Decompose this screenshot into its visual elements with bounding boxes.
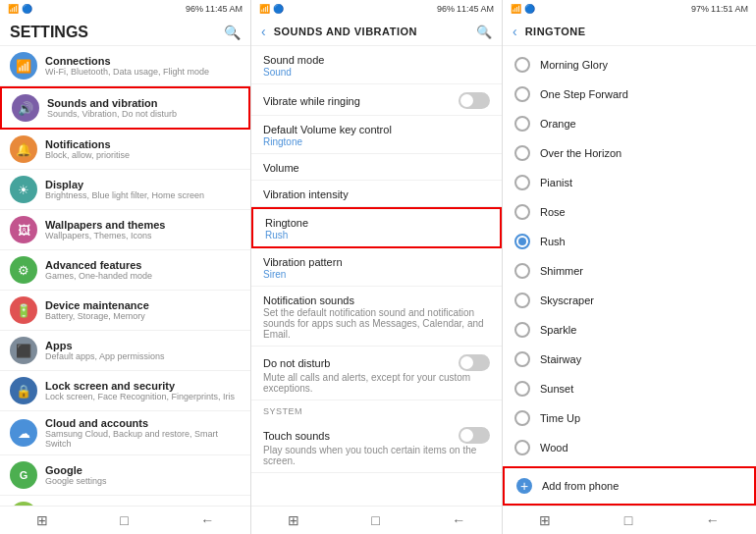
ringtone-panel: 📶 🔵 97% 11:51 AM ‹ RINGTONE Morning Glor… <box>503 0 756 534</box>
notification-sounds-item[interactable]: Notification sounds Set the default noti… <box>251 287 502 347</box>
sidebar-item-accessibility[interactable]: ♿ Accessibility Vision, Hearing, Dexteri… <box>0 496 250 506</box>
notifications-sub: Block, allow, prioritise <box>45 150 130 160</box>
ringtone-rose-label: Rose <box>540 206 566 218</box>
add-from-phone-button[interactable]: + Add from phone <box>503 466 756 506</box>
default-volume-title: Default Volume key control <box>263 124 392 135</box>
cloud-sub: Samsung Cloud, Backup and restore, Smart… <box>45 429 241 449</box>
ringtone-sunset[interactable]: Sunset <box>503 374 756 403</box>
touch-sounds-toggle[interactable] <box>459 427 490 444</box>
lock-icon: 🔒 <box>10 377 37 404</box>
radio-stairway[interactable] <box>514 351 530 367</box>
vibrate-ringing-toggle[interactable] <box>459 92 490 109</box>
sidebar-item-google[interactable]: G Google Google settings <box>0 455 250 496</box>
display-text: Display Brightness, Blue light filter, H… <box>45 179 204 200</box>
sidebar-item-apps[interactable]: ⬛ Apps Default apps, App permissions <box>0 331 250 371</box>
volume-title: Volume <box>263 162 299 174</box>
sidebar-item-device[interactable]: 🔋 Device maintenance Battery, Storage, M… <box>0 291 250 331</box>
sidebar-item-connections[interactable]: 📶 Connections Wi-Fi, Bluetooth, Data usa… <box>0 46 250 86</box>
nav-recents-2[interactable]: ← <box>452 512 465 528</box>
radio-sparkle[interactable] <box>514 322 530 338</box>
radio-orange[interactable] <box>514 116 530 132</box>
ringtone-rush-label: Rush <box>540 236 566 247</box>
vibration-intensity-item[interactable]: Vibration intensity <box>251 181 502 207</box>
ringtone-stairway[interactable]: Stairway <box>503 345 756 374</box>
volume-item[interactable]: Volume <box>251 154 502 181</box>
bottom-nav-2: ⊞ □ ← <box>251 506 502 534</box>
vibrate-ringing-item[interactable]: Vibrate while ringing <box>251 84 502 116</box>
sidebar-item-lock[interactable]: 🔒 Lock screen and security Lock screen, … <box>0 371 250 411</box>
radio-rush-inner <box>518 238 526 245</box>
wallpapers-icon: 🖼 <box>10 216 37 243</box>
connections-sub: Wi-Fi, Bluetooth, Data usage, Flight mod… <box>45 67 209 77</box>
ringtone-sparkle[interactable]: Sparkle <box>503 315 756 345</box>
ringtone-time-up[interactable]: Time Up <box>503 403 756 433</box>
sidebar-item-cloud[interactable]: ☁ Cloud and accounts Samsung Cloud, Back… <box>0 411 250 455</box>
touch-sounds-item[interactable]: Touch sounds Play sounds when you touch … <box>251 419 502 473</box>
ringtone-item[interactable]: Ringtone Rush <box>251 207 502 248</box>
sounds-text: Sounds and vibration Sounds, Vibration, … <box>47 97 177 119</box>
nav-back-3[interactable]: ⊞ <box>539 512 551 528</box>
radio-rose[interactable] <box>514 204 530 220</box>
ringtone-pianist[interactable]: Pianist <box>503 168 756 197</box>
do-not-disturb-sub: Mute all calls and alerts, except for yo… <box>263 372 490 394</box>
advanced-icon: ⚙ <box>10 256 37 284</box>
ringtone-morning-glory[interactable]: Morning Glory <box>503 50 756 80</box>
radio-shimmer[interactable] <box>514 263 530 279</box>
radio-rush[interactable] <box>514 234 530 249</box>
bluetooth-icon: 🔵 <box>22 4 32 14</box>
nav-back-2[interactable]: ⊞ <box>288 512 299 528</box>
ringtone-skyscraper[interactable]: Skyscraper <box>503 286 756 315</box>
nav-back-1[interactable]: ⊞ <box>36 512 48 528</box>
sidebar-item-wallpapers[interactable]: 🖼 Wallpapers and themes Wallpapers, Them… <box>0 210 250 250</box>
nav-home-2[interactable]: □ <box>371 512 379 528</box>
ringtone-shimmer[interactable]: Shimmer <box>503 256 756 286</box>
ringtone-wood[interactable]: Wood <box>503 433 756 462</box>
nav-recents-1[interactable]: ← <box>200 512 214 528</box>
radio-one-step-forward[interactable] <box>514 86 530 102</box>
sounds-back-button[interactable]: ‹ <box>261 24 266 39</box>
settings-search-icon[interactable]: 🔍 <box>224 25 241 40</box>
sidebar-item-display[interactable]: ☀ Display Brightness, Blue light filter,… <box>0 170 250 210</box>
do-not-disturb-item[interactable]: Do not disturb Mute all calls and alerts… <box>251 347 502 400</box>
display-icon: ☀ <box>10 176 37 203</box>
battery-pct-3: 97% <box>691 4 709 14</box>
lock-sub: Lock screen, Face Recognition, Fingerpri… <box>45 392 235 401</box>
default-volume-item[interactable]: Default Volume key control Ringtone <box>251 116 502 154</box>
radio-morning-glory[interactable] <box>514 57 530 73</box>
ringtone-rush[interactable]: Rush <box>503 227 756 256</box>
vibrate-ringing-title: Vibrate while ringing <box>263 95 360 107</box>
add-from-phone-label: Add from phone <box>542 480 619 492</box>
ringtone-one-step-forward[interactable]: One Step Forward <box>503 80 756 109</box>
ringtone-orange[interactable]: Orange <box>503 109 756 138</box>
radio-sunset[interactable] <box>514 381 530 397</box>
radio-wood[interactable] <box>514 440 530 455</box>
radio-pianist[interactable] <box>514 175 530 190</box>
radio-over-the-horizon[interactable] <box>514 145 530 161</box>
nav-recents-3[interactable]: ← <box>706 512 720 528</box>
nav-home-1[interactable]: □ <box>120 512 128 528</box>
sounds-search-icon[interactable]: 🔍 <box>476 25 492 39</box>
ringtone-back-button[interactable]: ‹ <box>513 24 517 39</box>
connections-text: Connections Wi-Fi, Bluetooth, Data usage… <box>45 55 209 77</box>
do-not-disturb-toggle[interactable] <box>459 354 490 371</box>
add-plus-icon: + <box>516 478 532 494</box>
google-icon: G <box>10 461 37 489</box>
radio-skyscraper[interactable] <box>514 293 530 308</box>
display-title: Display <box>45 179 204 190</box>
vibration-pattern-item[interactable]: Vibration pattern Siren <box>251 248 502 287</box>
ringtone-stairway-label: Stairway <box>540 353 581 365</box>
ringtone-pianist-label: Pianist <box>540 177 572 188</box>
ringtone-over-the-horizon[interactable]: Over the Horizon <box>503 138 756 168</box>
sound-mode-item[interactable]: Sound mode Sound <box>251 46 502 84</box>
radio-time-up[interactable] <box>514 410 530 426</box>
battery-pct-2: 96% <box>437 4 455 14</box>
ringtone-rose[interactable]: Rose <box>503 197 756 227</box>
sidebar-item-sounds[interactable]: 🔊 Sounds and vibration Sounds, Vibration… <box>0 86 250 130</box>
nav-home-3[interactable]: □ <box>624 512 632 528</box>
vibration-pattern-title: Vibration pattern <box>263 256 343 268</box>
sidebar-item-notifications[interactable]: 🔔 Notifications Block, allow, prioritise <box>0 130 250 170</box>
ringtone-title: Ringtone <box>265 217 308 229</box>
sidebar-item-advanced[interactable]: ⚙ Advanced features Games, One-handed mo… <box>0 250 250 291</box>
lock-text: Lock screen and security Lock screen, Fa… <box>45 380 235 401</box>
cloud-icon: ☁ <box>10 419 37 447</box>
